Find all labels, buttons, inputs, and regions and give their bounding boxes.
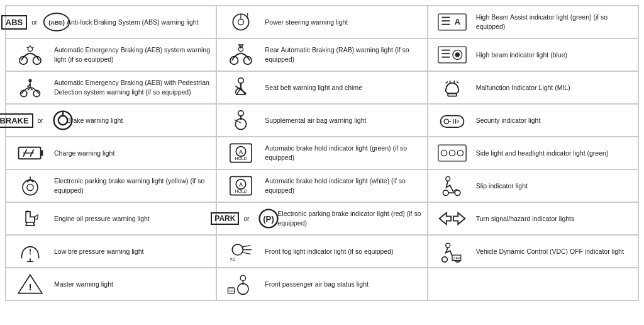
- svg-line-16: [33, 47, 34, 48]
- svg-marker-86: [453, 213, 465, 224]
- cell-turn-signal: Turn signal/hazard indicator lights: [428, 202, 638, 235]
- svg-point-81: [455, 190, 460, 196]
- cell-seatbelt: Seat belt warning light and chime: [216, 71, 427, 104]
- svg-rect-66: [438, 145, 466, 161]
- seatbelt-icon: [222, 76, 260, 99]
- cell-abs: ABS or (ABS) Anti-lock Braking System (A…: [6, 6, 216, 38]
- cell-charge: Charge warning light: [6, 137, 216, 169]
- svg-point-80: [443, 190, 448, 196]
- airbag-icon: [222, 109, 260, 132]
- cell-vdc: OFF Vehicle Dynamic Control (VDC) OFF in…: [428, 235, 638, 268]
- engine-oil-icon: [11, 207, 49, 230]
- cell-epb-yellow: Electronic parking brake warning light (…: [6, 169, 216, 202]
- high-beam-assist-icon: A: [433, 11, 471, 33]
- high-beam-blue-label: High beam indicator light (blue): [476, 50, 567, 60]
- front-passenger-airbag-label: Front passenger air bag status light: [265, 280, 369, 289]
- svg-line-15: [27, 47, 28, 48]
- svg-text:!: !: [29, 248, 31, 256]
- aeb-label: Automatic Emergency Braking (AEB) system…: [54, 45, 211, 64]
- master-warning-icon: !: [11, 273, 49, 295]
- svg-text:(ABS): (ABS): [48, 20, 65, 26]
- svg-point-52: [444, 119, 448, 123]
- cell-slip: Slip indicator light: [428, 169, 638, 202]
- svg-text:HOLD: HOLD: [235, 189, 247, 193]
- svg-line-42: [457, 82, 458, 84]
- power-steering-icon: !: [222, 11, 260, 33]
- cell-high-beam-assist: A High Beam Assist indicator light (gree…: [428, 6, 638, 38]
- turn-signal-icon: [433, 207, 471, 230]
- grid-layout: ABS or (ABS) Anti-lock Braking System (A…: [6, 6, 638, 300]
- svg-point-13: [28, 47, 32, 51]
- epb-red-label: Electronic parking brake indicator light…: [277, 209, 421, 227]
- svg-line-41: [445, 82, 447, 84]
- epb-yellow-icon: [11, 174, 49, 197]
- tire-pressure-icon: !: [11, 240, 49, 263]
- svg-point-70: [23, 180, 38, 195]
- security-icon: [433, 109, 471, 132]
- svg-text:!: !: [247, 12, 249, 21]
- svg-text:A: A: [239, 181, 243, 188]
- auto-brake-hold-green-label: Automatic brake hold indicator light (gr…: [265, 144, 421, 162]
- cell-airbag: Supplemental air bag warning light: [216, 104, 427, 137]
- svg-rect-58: [41, 150, 43, 156]
- svg-point-82: [26, 210, 29, 212]
- cell-auto-brake-hold-green: A HOLD Automatic brake hold indicator li…: [216, 137, 427, 169]
- mil-label: Malfunction Indicator Light (MIL): [476, 83, 570, 93]
- svg-text:≠D: ≠D: [230, 257, 236, 261]
- aeb-pedestrian-label: Automatic Emergency Braking (AEB) with P…: [54, 78, 211, 96]
- svg-marker-85: [439, 213, 450, 224]
- front-passenger-airbag-icon: OFF: [222, 273, 260, 295]
- auto-brake-hold-white-icon: A HOLD: [222, 174, 260, 197]
- cell-side-headlight: Side light and headlight indicator light…: [428, 137, 638, 169]
- svg-point-30: [28, 79, 31, 82]
- master-warning-label: Master warning light: [54, 280, 113, 289]
- svg-point-48: [236, 118, 247, 129]
- high-beam-blue-icon: [433, 43, 471, 66]
- epb-yellow-label: Electronic parking brake warning light (…: [54, 176, 211, 195]
- side-headlight-label: Side light and headlight indicator light…: [476, 149, 609, 158]
- rab-label: Rear Automatic Braking (RAB) warning lig…: [265, 45, 421, 64]
- svg-rect-38: [448, 93, 457, 96]
- charge-label: Charge warning light: [54, 149, 114, 158]
- svg-text:(P): (P): [264, 214, 275, 224]
- cell-front-fog: ≠D Front fog light indicator light (if s…: [216, 235, 427, 268]
- svg-point-44: [58, 116, 67, 125]
- vdc-icon: OFF: [433, 240, 471, 263]
- aeb-icon: [11, 43, 49, 66]
- svg-point-71: [27, 184, 33, 190]
- svg-point-46: [238, 111, 244, 117]
- svg-text:HOLD: HOLD: [235, 156, 247, 161]
- svg-point-67: [441, 150, 447, 156]
- cell-tire-pressure: ! Low tire pressure warning light: [6, 235, 216, 268]
- mil-icon: [433, 76, 471, 99]
- svg-point-104: [240, 275, 246, 281]
- cell-aeb: Automatic Emergency Braking (AEB) system…: [6, 38, 216, 71]
- side-headlight-icon: [433, 142, 471, 164]
- svg-point-68: [449, 150, 455, 156]
- power-steering-label: Power steering warning light: [265, 18, 348, 27]
- abs-label: Anti-lock Braking System (ABS) warning l…: [67, 18, 199, 27]
- svg-point-106: [238, 283, 248, 294]
- tire-pressure-label: Low tire pressure warning light: [54, 247, 143, 256]
- security-label: Security indicator light: [476, 116, 541, 125]
- svg-point-95: [445, 243, 450, 248]
- cell-front-passenger-airbag: OFF Front passenger air bag status light: [216, 268, 427, 300]
- svg-text:A: A: [454, 17, 460, 26]
- cell-brake: BRAKE or Brake warning light: [6, 104, 216, 137]
- cell-mil: Malfunction Indicator Light (MIL): [428, 71, 638, 104]
- cell-auto-brake-hold-white: A HOLD Automatic brake hold indicator li…: [216, 169, 427, 202]
- svg-point-3: [238, 20, 244, 25]
- svg-line-93: [242, 253, 251, 254]
- svg-point-79: [445, 176, 450, 181]
- svg-point-35: [238, 78, 244, 84]
- cell-master-warning: ! Master warning light: [6, 268, 216, 300]
- auto-brake-hold-green-icon: A HOLD: [222, 142, 260, 164]
- brake-label: Brake warning light: [67, 116, 123, 125]
- svg-text:A: A: [239, 149, 243, 155]
- brake-icon: BRAKE or: [11, 109, 62, 132]
- slip-label: Slip indicator light: [476, 181, 528, 191]
- cell-empty: [428, 268, 638, 300]
- warning-lights-table: ABS or (ABS) Anti-lock Braking System (A…: [5, 5, 639, 301]
- cell-high-beam-blue: High beam indicator light (blue): [428, 38, 638, 71]
- svg-rect-6: [438, 14, 466, 30]
